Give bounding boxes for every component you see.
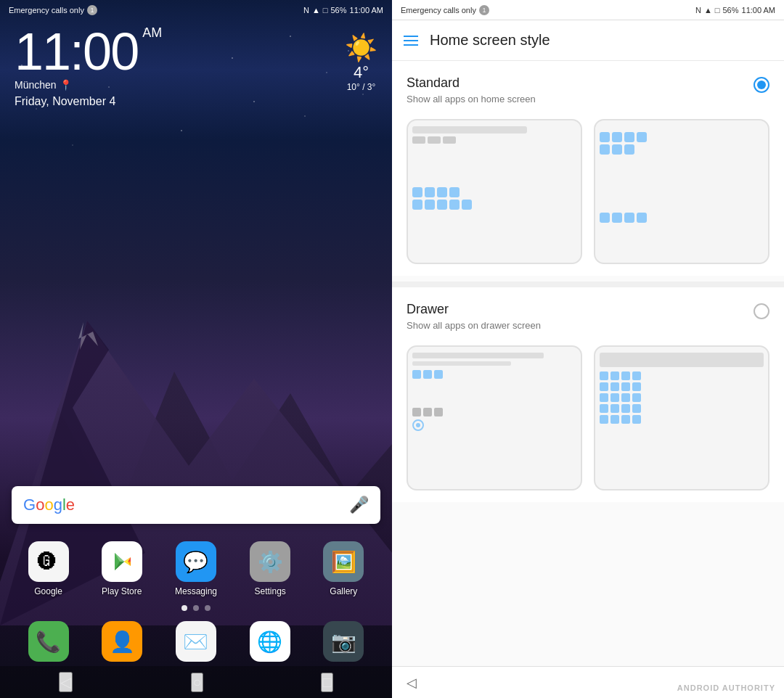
app-row: 🅖 Google Play Store 💬 xyxy=(0,541,392,596)
dot-active xyxy=(181,605,187,611)
standard-preview-2 xyxy=(594,119,769,264)
messaging-label: Messaging xyxy=(175,586,217,596)
hamburger-menu[interactable] xyxy=(404,36,418,46)
battery-right: 56% xyxy=(722,6,738,15)
home-button[interactable]: ○ xyxy=(191,673,203,692)
time-right: 11:00 AM xyxy=(742,6,775,15)
drawer-subtitle: Show all apps on drawer screen xyxy=(407,320,541,331)
status-icons-left: N ▲ □ 56% 11:00 AM xyxy=(303,6,383,15)
status-bar-left: Emergency calls only 1 N ▲ □ 56% 11:00 A… xyxy=(0,0,392,20)
drawer-previews xyxy=(407,345,769,490)
dot-2 xyxy=(205,605,211,611)
back-button-right[interactable]: ◁ xyxy=(407,675,417,691)
nfc-icon: N xyxy=(303,6,309,15)
search-bar[interactable]: Google 🎤 xyxy=(12,486,380,524)
watermark: ANDROID AUTHORITY xyxy=(677,683,775,692)
app-gallery[interactable]: 🖼️ Gallery xyxy=(323,541,364,596)
clock-date: Friday, November 4 xyxy=(15,95,162,108)
settings-icon-bg: ⚙️ xyxy=(250,541,290,582)
bottom-nav-right: ◁ xyxy=(392,666,784,698)
emergency-right: Emergency calls only 1 xyxy=(401,5,489,15)
weather-temp: 4° xyxy=(345,63,377,82)
location-icon: 📍 xyxy=(60,79,72,91)
battery-percent: 56% xyxy=(330,6,346,15)
dot-1 xyxy=(193,605,199,611)
standard-title: Standard xyxy=(407,75,536,91)
content-area: Standard Show all apps on home screen xyxy=(392,61,784,666)
settings-label: Settings xyxy=(255,586,286,596)
weather-icon: ☀️ xyxy=(345,33,377,63)
standard-section: Standard Show all apps on home screen xyxy=(392,61,784,276)
gallery-icon-bg: 🖼️ xyxy=(323,541,364,582)
app-playstore[interactable]: Play Store xyxy=(102,541,142,596)
camera-icon-bg: 📷 xyxy=(323,621,364,662)
dock-chrome[interactable]: 🌐 xyxy=(250,621,290,662)
clock-city: München 📍 xyxy=(15,79,162,91)
left-panel: Emergency calls only 1 N ▲ □ 56% 11:00 A… xyxy=(0,0,392,698)
dock-contacts[interactable]: 👤 xyxy=(102,621,142,662)
standard-radio[interactable] xyxy=(754,77,769,93)
weather-range: 10° / 3° xyxy=(345,82,377,92)
app-messaging[interactable]: 💬 Messaging xyxy=(175,541,217,596)
drawer-preview-2 xyxy=(594,345,769,490)
gallery-label: Gallery xyxy=(330,586,357,596)
messaging-icon-bg: 💬 xyxy=(176,541,216,582)
drawer-header: Drawer Show all apps on drawer screen xyxy=(407,302,769,342)
drawer-preview-1 xyxy=(407,345,582,490)
standard-header: Standard Show all apps on home screen xyxy=(407,75,769,116)
app-google[interactable]: 🅖 Google xyxy=(28,541,69,596)
contacts-icon-bg: 👤 xyxy=(102,621,142,662)
drawer-section: Drawer Show all apps on drawer screen xyxy=(392,287,784,502)
nfc-icon-right: N xyxy=(695,6,701,15)
playstore-label: Play Store xyxy=(102,586,142,596)
standard-text: Standard Show all apps on home screen xyxy=(407,75,536,116)
dock-camera[interactable]: 📷 xyxy=(323,621,364,662)
section-divider xyxy=(392,282,784,287)
drawer-title: Drawer xyxy=(407,302,541,317)
status-bar-right: Emergency calls only 1 N ▲ □ 56% 11:00 A… xyxy=(392,0,784,20)
toolbar: Home screen style xyxy=(392,20,784,61)
standard-preview-1 xyxy=(407,119,582,264)
google-logo: Google xyxy=(23,496,75,514)
chrome-icon-bg: 🌐 xyxy=(250,621,290,662)
mic-icon[interactable]: 🎤 xyxy=(349,496,369,514)
drawer-radio[interactable] xyxy=(754,303,769,319)
standard-previews xyxy=(407,119,769,264)
clock-area: 11:00 AM München 📍 Friday, November 4 xyxy=(15,25,162,108)
app-settings[interactable]: ⚙️ Settings xyxy=(250,541,290,596)
page-dots xyxy=(0,605,392,611)
status-icons-right: N ▲ □ 56% 11:00 AM xyxy=(695,6,775,15)
dock-mail[interactable]: ✉️ xyxy=(176,621,216,662)
phone-icon-bg: 📞 xyxy=(28,621,69,662)
wifi-icon: ▲ xyxy=(312,6,320,15)
google-label: Google xyxy=(34,586,62,596)
mail-icon-bg: ✉️ xyxy=(176,621,216,662)
battery-icon: □ xyxy=(323,6,328,15)
clock-time: 11:00 xyxy=(15,25,138,78)
weather-area: ☀️ 4° 10° / 3° xyxy=(345,33,377,92)
playstore-icon-bg xyxy=(102,541,142,582)
standard-subtitle: Show all apps on home screen xyxy=(407,94,536,104)
clock-ampm: AM xyxy=(142,25,162,41)
google-icon-bg: 🅖 xyxy=(28,541,69,582)
preview-top-1 xyxy=(412,126,527,134)
right-panel: Emergency calls only 1 N ▲ □ 56% 11:00 A… xyxy=(392,0,784,698)
time-left: 11:00 AM xyxy=(350,6,383,15)
toolbar-title: Home screen style xyxy=(430,32,550,49)
battery-icon-right: □ xyxy=(715,6,720,15)
svg-text:🅖: 🅖 xyxy=(37,551,57,572)
recents-button[interactable]: □ xyxy=(321,673,332,692)
emergency-text: Emergency calls only 1 xyxy=(9,5,97,15)
back-button[interactable]: ◁ xyxy=(59,672,73,692)
dock-phone[interactable]: 📞 xyxy=(28,621,69,662)
wifi-icon-right: ▲ xyxy=(704,6,712,15)
drawer-text: Drawer Show all apps on drawer screen xyxy=(407,302,541,342)
dock-row: 📞 👤 ✉️ 🌐 📷 xyxy=(0,621,392,662)
nav-bar-left: ◁ ○ □ xyxy=(0,666,392,698)
